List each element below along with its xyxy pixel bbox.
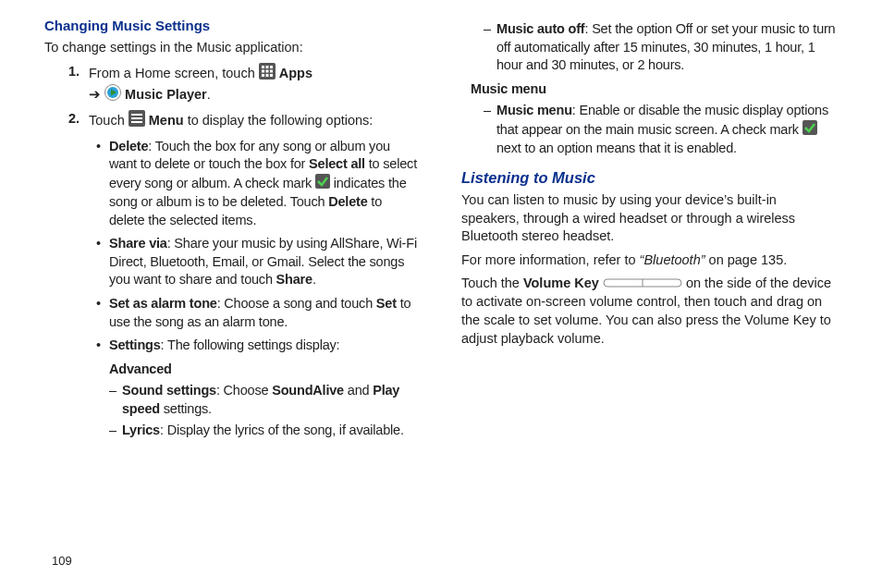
list-item: • Settings: The following settings displ… <box>96 337 421 355</box>
volume-key-icon <box>603 276 682 294</box>
svg-rect-5 <box>265 69 268 72</box>
menu-icon <box>129 110 145 132</box>
page: Changing Music Settings To change settin… <box>0 0 882 588</box>
text: Touch <box>89 113 129 128</box>
soundalive-label: SoundAlive <box>272 383 344 398</box>
volume-key-label: Volume Key <box>523 276 599 290</box>
t: : Choose a song and touch <box>217 296 376 311</box>
svg-rect-6 <box>270 69 273 72</box>
text: to display the following options: <box>188 113 374 128</box>
bullet-text: Set as alarm tone: Choose a song and tou… <box>109 295 421 331</box>
step-number: 2. <box>68 110 89 132</box>
dash-text: Sound settings: Choose SoundAlive and Pl… <box>120 382 421 418</box>
dash-text: Music auto off: Set the option Off or se… <box>495 20 838 75</box>
music-player-label: Music Player <box>125 87 207 102</box>
t: and <box>344 383 373 398</box>
left-column: Changing Music Settings To change settin… <box>44 17 421 568</box>
dash: – <box>109 382 120 418</box>
menu-label: Menu <box>149 113 184 128</box>
listening-paragraph-1: You can listen to music by using your de… <box>461 191 838 246</box>
svg-rect-7 <box>262 74 264 77</box>
top-dash-list: – Music auto off: Set the option Off or … <box>484 20 838 75</box>
share-via-label: Share via <box>109 236 167 251</box>
music-player-icon <box>104 84 121 106</box>
heading-listening-to-music: Listening to Music <box>461 167 838 188</box>
checkmark-icon <box>315 174 330 194</box>
intro-text: To change settings in the Music applicat… <box>44 39 421 57</box>
svg-rect-16 <box>131 121 142 123</box>
list-item: – Music auto off: Set the option Off or … <box>484 20 838 75</box>
bullet-text: Share via: Share your music by using All… <box>109 235 421 289</box>
list-item: – Lyrics: Display the lyrics of the song… <box>109 422 421 440</box>
music-menu-label: Music menu <box>496 103 572 117</box>
t: on page 135. <box>709 252 788 267</box>
music-auto-off-label: Music auto off <box>496 21 584 36</box>
delete-action-label: Delete <box>328 194 367 209</box>
advanced-subheading: Advanced <box>109 361 421 379</box>
list-item: – Sound settings: Choose SoundAlive and … <box>109 382 421 418</box>
svg-rect-17 <box>315 174 330 189</box>
step-2: 2. Touch Menu to display the following o… <box>68 110 421 132</box>
svg-rect-4 <box>262 69 264 72</box>
dash-text: Music menu: Enable or disable the music … <box>495 102 838 158</box>
bullet: • <box>96 138 109 230</box>
t: : Display the lyrics of the song, if ava… <box>160 423 404 437</box>
right-column: – Music auto off: Set the option Off or … <box>461 17 838 568</box>
share-label: Share <box>276 272 312 287</box>
set-label: Set <box>376 296 397 311</box>
bullet-text: Delete: Touch the box for any song or al… <box>109 138 421 230</box>
arrow: ➔ <box>89 87 104 102</box>
period: . <box>207 87 211 102</box>
svg-rect-1 <box>262 66 264 68</box>
page-number: 109 <box>52 553 72 570</box>
t: settings. <box>160 401 212 416</box>
list-item: • Share via: Share your music by using A… <box>96 235 421 289</box>
alarm-tone-label: Set as alarm tone <box>109 296 217 311</box>
t: : The following settings display: <box>161 337 340 352</box>
dash: – <box>109 422 120 440</box>
list-item: • Set as alarm tone: Choose a song and t… <box>96 295 421 331</box>
ordered-steps: 1. From a Home screen, touch Apps ➔ Musi… <box>68 63 421 440</box>
step-text: Touch Menu to display the following opti… <box>89 110 421 132</box>
step-text: From a Home screen, touch Apps ➔ Music P… <box>89 63 421 106</box>
svg-rect-14 <box>131 114 142 116</box>
dash: – <box>484 102 495 158</box>
text: From a Home screen, touch <box>89 65 259 80</box>
bullet-text: Settings: The following settings display… <box>109 337 421 355</box>
t: : Choose <box>216 383 272 398</box>
t: next to an option means that it is enabl… <box>496 141 737 155</box>
dash-text: Lyrics: Display the lyrics of the song, … <box>120 422 421 440</box>
listening-paragraph-3: Touch the Volume Key on the side of the … <box>461 275 838 348</box>
select-all-label: Select all <box>309 156 365 171</box>
listening-paragraph-2: For more information, refer to “Bluetoot… <box>461 251 838 270</box>
t: For more information, refer to <box>461 252 640 267</box>
heading-changing-music-settings: Changing Music Settings <box>44 17 421 35</box>
bullet: • <box>96 337 109 355</box>
sound-settings-label: Sound settings <box>122 383 216 398</box>
apps-icon <box>259 63 276 85</box>
music-menu-subheading: Music menu <box>471 80 838 99</box>
advanced-dash-list: – Sound settings: Choose SoundAlive and … <box>109 382 421 440</box>
t: Touch the <box>461 276 523 290</box>
dash: – <box>484 20 495 75</box>
step-1: 1. From a Home screen, touch Apps ➔ Musi… <box>68 63 421 106</box>
t: . <box>312 272 316 287</box>
list-item: • Delete: Touch the box for any song or … <box>96 138 421 230</box>
delete-label: Delete <box>109 139 148 153</box>
menu-options-list: • Delete: Touch the box for any song or … <box>96 138 421 440</box>
bullet: • <box>96 235 109 289</box>
list-item: – Music menu: Enable or disable the musi… <box>484 102 838 158</box>
step-number: 1. <box>68 63 89 106</box>
apps-label: Apps <box>279 65 312 80</box>
music-menu-dash-list: – Music menu: Enable or disable the musi… <box>484 102 838 158</box>
settings-label: Settings <box>109 337 161 352</box>
svg-rect-2 <box>265 66 268 68</box>
svg-rect-3 <box>270 66 273 68</box>
bullet: • <box>96 295 109 331</box>
bluetooth-ref: “Bluetooth” <box>640 252 709 267</box>
svg-rect-9 <box>270 74 273 77</box>
svg-rect-15 <box>131 117 142 119</box>
checkmark-icon <box>802 120 817 141</box>
svg-rect-18 <box>802 120 817 135</box>
lyrics-label: Lyrics <box>122 423 160 437</box>
